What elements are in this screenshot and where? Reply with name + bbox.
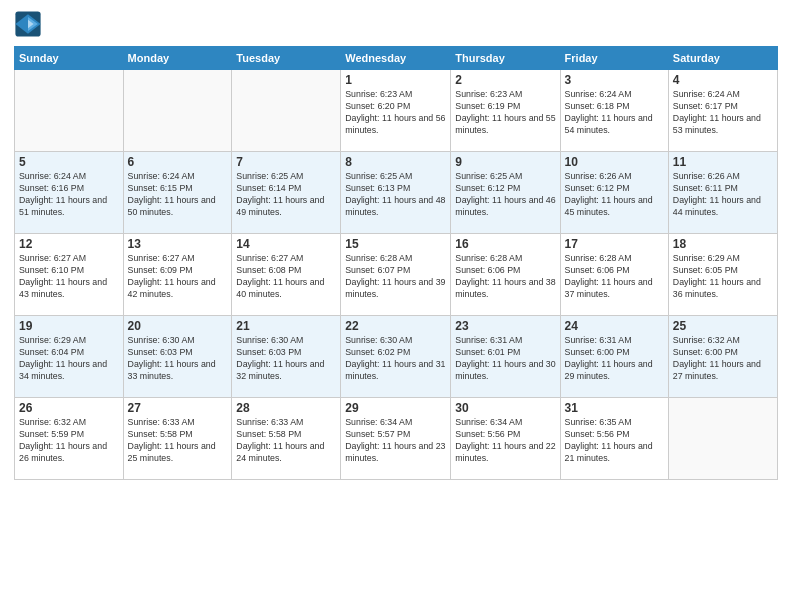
calendar-cell: 22Sunrise: 6:30 AM Sunset: 6:02 PM Dayli… [341, 316, 451, 398]
day-info: Sunrise: 6:24 AM Sunset: 6:17 PM Dayligh… [673, 89, 773, 137]
calendar-week-row: 12Sunrise: 6:27 AM Sunset: 6:10 PM Dayli… [15, 234, 778, 316]
weekday-header: Saturday [668, 47, 777, 70]
calendar-cell: 28Sunrise: 6:33 AM Sunset: 5:58 PM Dayli… [232, 398, 341, 480]
day-number: 2 [455, 73, 555, 87]
day-info: Sunrise: 6:24 AM Sunset: 6:16 PM Dayligh… [19, 171, 119, 219]
day-number: 8 [345, 155, 446, 169]
day-number: 31 [565, 401, 664, 415]
calendar-week-row: 5Sunrise: 6:24 AM Sunset: 6:16 PM Daylig… [15, 152, 778, 234]
day-info: Sunrise: 6:34 AM Sunset: 5:56 PM Dayligh… [455, 417, 555, 465]
day-info: Sunrise: 6:27 AM Sunset: 6:08 PM Dayligh… [236, 253, 336, 301]
calendar-cell: 19Sunrise: 6:29 AM Sunset: 6:04 PM Dayli… [15, 316, 124, 398]
calendar-cell: 11Sunrise: 6:26 AM Sunset: 6:11 PM Dayli… [668, 152, 777, 234]
day-number: 14 [236, 237, 336, 251]
day-number: 9 [455, 155, 555, 169]
day-info: Sunrise: 6:29 AM Sunset: 6:05 PM Dayligh… [673, 253, 773, 301]
day-number: 18 [673, 237, 773, 251]
day-number: 30 [455, 401, 555, 415]
calendar-cell: 12Sunrise: 6:27 AM Sunset: 6:10 PM Dayli… [15, 234, 124, 316]
day-number: 1 [345, 73, 446, 87]
day-info: Sunrise: 6:25 AM Sunset: 6:13 PM Dayligh… [345, 171, 446, 219]
day-number: 12 [19, 237, 119, 251]
calendar-cell: 8Sunrise: 6:25 AM Sunset: 6:13 PM Daylig… [341, 152, 451, 234]
day-number: 5 [19, 155, 119, 169]
calendar-cell: 16Sunrise: 6:28 AM Sunset: 6:06 PM Dayli… [451, 234, 560, 316]
calendar-cell: 20Sunrise: 6:30 AM Sunset: 6:03 PM Dayli… [123, 316, 232, 398]
weekday-header: Sunday [15, 47, 124, 70]
logo-icon [14, 10, 42, 38]
day-info: Sunrise: 6:29 AM Sunset: 6:04 PM Dayligh… [19, 335, 119, 383]
calendar-cell: 9Sunrise: 6:25 AM Sunset: 6:12 PM Daylig… [451, 152, 560, 234]
day-number: 23 [455, 319, 555, 333]
calendar-cell: 13Sunrise: 6:27 AM Sunset: 6:09 PM Dayli… [123, 234, 232, 316]
day-info: Sunrise: 6:26 AM Sunset: 6:11 PM Dayligh… [673, 171, 773, 219]
calendar-cell: 2Sunrise: 6:23 AM Sunset: 6:19 PM Daylig… [451, 70, 560, 152]
calendar-cell: 3Sunrise: 6:24 AM Sunset: 6:18 PM Daylig… [560, 70, 668, 152]
day-info: Sunrise: 6:28 AM Sunset: 6:06 PM Dayligh… [455, 253, 555, 301]
calendar-cell: 10Sunrise: 6:26 AM Sunset: 6:12 PM Dayli… [560, 152, 668, 234]
day-number: 26 [19, 401, 119, 415]
day-number: 7 [236, 155, 336, 169]
page-container: SundayMondayTuesdayWednesdayThursdayFrid… [0, 0, 792, 486]
day-info: Sunrise: 6:27 AM Sunset: 6:10 PM Dayligh… [19, 253, 119, 301]
calendar-table: SundayMondayTuesdayWednesdayThursdayFrid… [14, 46, 778, 480]
calendar-cell: 21Sunrise: 6:30 AM Sunset: 6:03 PM Dayli… [232, 316, 341, 398]
day-number: 4 [673, 73, 773, 87]
day-info: Sunrise: 6:31 AM Sunset: 6:00 PM Dayligh… [565, 335, 664, 383]
day-info: Sunrise: 6:28 AM Sunset: 6:07 PM Dayligh… [345, 253, 446, 301]
calendar-cell [123, 70, 232, 152]
calendar-cell: 17Sunrise: 6:28 AM Sunset: 6:06 PM Dayli… [560, 234, 668, 316]
calendar-cell: 29Sunrise: 6:34 AM Sunset: 5:57 PM Dayli… [341, 398, 451, 480]
calendar-cell: 23Sunrise: 6:31 AM Sunset: 6:01 PM Dayli… [451, 316, 560, 398]
day-number: 16 [455, 237, 555, 251]
day-number: 6 [128, 155, 228, 169]
calendar-week-row: 1Sunrise: 6:23 AM Sunset: 6:20 PM Daylig… [15, 70, 778, 152]
day-info: Sunrise: 6:30 AM Sunset: 6:02 PM Dayligh… [345, 335, 446, 383]
day-info: Sunrise: 6:30 AM Sunset: 6:03 PM Dayligh… [236, 335, 336, 383]
day-info: Sunrise: 6:33 AM Sunset: 5:58 PM Dayligh… [236, 417, 336, 465]
weekday-header: Friday [560, 47, 668, 70]
calendar-cell: 25Sunrise: 6:32 AM Sunset: 6:00 PM Dayli… [668, 316, 777, 398]
day-info: Sunrise: 6:34 AM Sunset: 5:57 PM Dayligh… [345, 417, 446, 465]
calendar-week-row: 26Sunrise: 6:32 AM Sunset: 5:59 PM Dayli… [15, 398, 778, 480]
day-info: Sunrise: 6:26 AM Sunset: 6:12 PM Dayligh… [565, 171, 664, 219]
calendar-cell: 1Sunrise: 6:23 AM Sunset: 6:20 PM Daylig… [341, 70, 451, 152]
day-info: Sunrise: 6:24 AM Sunset: 6:15 PM Dayligh… [128, 171, 228, 219]
day-info: Sunrise: 6:30 AM Sunset: 6:03 PM Dayligh… [128, 335, 228, 383]
day-number: 28 [236, 401, 336, 415]
calendar-cell: 27Sunrise: 6:33 AM Sunset: 5:58 PM Dayli… [123, 398, 232, 480]
day-number: 11 [673, 155, 773, 169]
calendar-cell: 24Sunrise: 6:31 AM Sunset: 6:00 PM Dayli… [560, 316, 668, 398]
day-info: Sunrise: 6:35 AM Sunset: 5:56 PM Dayligh… [565, 417, 664, 465]
calendar-cell: 4Sunrise: 6:24 AM Sunset: 6:17 PM Daylig… [668, 70, 777, 152]
day-number: 25 [673, 319, 773, 333]
calendar-cell: 26Sunrise: 6:32 AM Sunset: 5:59 PM Dayli… [15, 398, 124, 480]
weekday-header: Monday [123, 47, 232, 70]
page-header [14, 10, 778, 38]
day-info: Sunrise: 6:32 AM Sunset: 6:00 PM Dayligh… [673, 335, 773, 383]
calendar-cell [668, 398, 777, 480]
day-number: 24 [565, 319, 664, 333]
day-number: 15 [345, 237, 446, 251]
calendar-cell [15, 70, 124, 152]
calendar-cell: 7Sunrise: 6:25 AM Sunset: 6:14 PM Daylig… [232, 152, 341, 234]
weekday-header: Wednesday [341, 47, 451, 70]
weekday-header: Tuesday [232, 47, 341, 70]
logo [14, 10, 46, 38]
day-number: 21 [236, 319, 336, 333]
day-info: Sunrise: 6:25 AM Sunset: 6:12 PM Dayligh… [455, 171, 555, 219]
day-number: 29 [345, 401, 446, 415]
day-info: Sunrise: 6:32 AM Sunset: 5:59 PM Dayligh… [19, 417, 119, 465]
weekday-header: Thursday [451, 47, 560, 70]
calendar-header-row: SundayMondayTuesdayWednesdayThursdayFrid… [15, 47, 778, 70]
calendar-cell: 15Sunrise: 6:28 AM Sunset: 6:07 PM Dayli… [341, 234, 451, 316]
calendar-week-row: 19Sunrise: 6:29 AM Sunset: 6:04 PM Dayli… [15, 316, 778, 398]
calendar-cell: 30Sunrise: 6:34 AM Sunset: 5:56 PM Dayli… [451, 398, 560, 480]
day-info: Sunrise: 6:28 AM Sunset: 6:06 PM Dayligh… [565, 253, 664, 301]
day-number: 13 [128, 237, 228, 251]
day-number: 17 [565, 237, 664, 251]
day-info: Sunrise: 6:23 AM Sunset: 6:20 PM Dayligh… [345, 89, 446, 137]
day-number: 22 [345, 319, 446, 333]
calendar-cell: 6Sunrise: 6:24 AM Sunset: 6:15 PM Daylig… [123, 152, 232, 234]
day-number: 20 [128, 319, 228, 333]
